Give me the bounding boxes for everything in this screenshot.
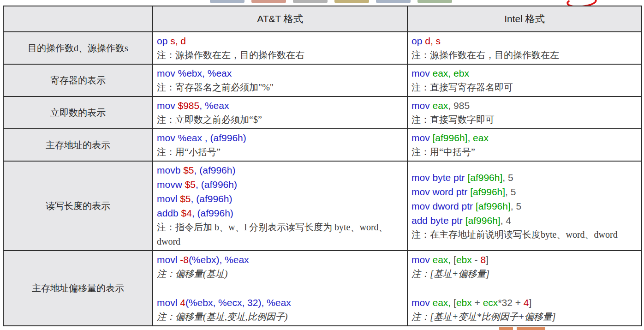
text-seg-plain: , 5 (505, 186, 516, 197)
text-seg-op: movl (157, 297, 180, 308)
text-seg-op: (%ebx), %eax (189, 254, 249, 265)
note-line: 注：[基址+变址*比例因子+偏移量] (411, 310, 638, 324)
note-line: 注：[基址+偏移量] (411, 267, 638, 281)
intel-syntax-cell: mov byte ptr [af996h], 5mov word ptr [af… (407, 161, 642, 251)
code-line: op d, s (411, 34, 638, 48)
code-line: mov eax, ebx (411, 66, 638, 80)
text-seg-note: 注：源操作数在左，目的操作数在右 (157, 50, 304, 60)
att-syntax-cell: mov %ebx, %eax注：寄存器名之前必须加"%" (153, 64, 407, 96)
note-line: 注：立即数之前必须加“$” (157, 113, 403, 127)
text-seg-note: 注：寄存器名之前必须加"%" (157, 82, 274, 92)
text-seg-reg: [af996h] (476, 201, 511, 211)
intel-syntax-cell: mov [af996h], eax注：用“中括号” (407, 129, 642, 161)
code-line: movl 4(%ebx, %ecx, 32), %eax (157, 295, 403, 310)
text-seg-reg: [af996h], eax (433, 132, 489, 143)
code-line: movl $5, (af996h) (157, 192, 403, 206)
text-seg-imm: 4 (524, 297, 529, 308)
table-row: 立即数的表示mov $985, %eax注：立即数之前必须加“$”mov eax… (3, 96, 642, 129)
code-line: mov $985, %eax (157, 98, 403, 113)
text-seg-reg: [af996h] (470, 186, 505, 197)
note-line: 注：直接写寄存器名即可 (411, 80, 638, 95)
code-line: mov byte ptr [af996h], 5 (411, 170, 638, 185)
header-empty-cell (3, 6, 153, 32)
text-seg-plain: ] (529, 297, 532, 308)
note-line: 注：偏移量(基址) (157, 267, 403, 281)
text-seg-op: , (af996h) (194, 165, 236, 175)
code-line: movb $5, (af996h) (157, 163, 403, 177)
text-seg-note: 注：直接写数字即可 (411, 114, 495, 125)
intel-syntax-cell: mov eax, [ebx - 8]注：[基址+偏移量] mov eax, [e… (407, 251, 642, 326)
att-syntax-cell: movl -8(%ebx), %eax注：偏移量(基址) movl 4(%ebx… (153, 251, 407, 326)
att-syntax-cell: mov $985, %eax注：立即数之前必须加“$” (153, 96, 407, 129)
bottom-highlight (499, 327, 513, 330)
text-seg-op: mov (411, 297, 433, 308)
text-seg-op: (%ebx, %ecx, 32), %eax (185, 297, 291, 308)
text-seg-op: mov %eax , (af996h) (157, 132, 246, 143)
note-line: 注：用“中括号” (411, 145, 638, 159)
table-row: 寄存器的表示mov %ebx, %eax注：寄存器名之前必须加"%"mov ea… (3, 64, 642, 96)
text-seg-op: mov (157, 100, 178, 111)
code-line: mov dword ptr [af996h], 5 (411, 199, 638, 213)
text-seg-note: 注：偏移量(基址,变址,比例因子) (157, 312, 287, 322)
intel-syntax-cell: mov eax, ebx注：直接写寄存器名即可 (407, 64, 642, 96)
row-label: 读写长度的表示 (3, 161, 153, 251)
att-syntax-cell: op s, d注：源操作数在左，目的操作数在右 (153, 32, 407, 64)
text-seg-plain: , 985 (448, 100, 470, 111)
text-seg-op: mov word ptr (411, 186, 470, 197)
row-label: 主存地址偏移量的表示 (3, 251, 153, 326)
intel-syntax-cell: mov eax, 985注：直接写数字即可 (407, 96, 642, 129)
code-line: mov %ebx, %eax (157, 66, 403, 80)
code-line: mov [af996h], eax (411, 131, 638, 145)
text-seg-note: 注：[基址+偏移量] (411, 269, 489, 279)
text-seg-op: mov (411, 68, 433, 78)
text-seg-op: movl (157, 193, 180, 204)
bottom-highlight-marks (499, 327, 545, 330)
top-tab (334, 0, 369, 3)
text-seg-imm: $5 (180, 193, 191, 204)
text-seg-op: addb (157, 208, 181, 218)
text-seg-plain: , 5 (511, 201, 521, 211)
att-syntax-cell: movb $5, (af996h)movw $5, (af996h)movl $… (153, 161, 407, 251)
row-label: 立即数的表示 (3, 96, 153, 129)
top-tab (210, 0, 244, 3)
row-label: 寄存器的表示 (3, 64, 153, 96)
text-seg-op: , (af996h) (196, 179, 237, 190)
row-label: 主存地址的表示 (3, 129, 153, 161)
text-seg-plain: , 4 (501, 215, 511, 226)
note-line: 注：偏移量(基址,变址,比例因子) (157, 310, 403, 324)
text-seg-reg: [af996h] (467, 172, 502, 183)
text-seg-op: mov (411, 132, 433, 143)
att-syntax-cell: mov %eax , (af996h)注：用“小括号” (153, 129, 407, 161)
text-seg-op: movw (157, 179, 185, 190)
table-body: 目的操作数d、源操作数sop s, d注：源操作数在左，目的操作数在右op d,… (3, 32, 642, 326)
text-seg-note: 注：源操作数在右，目的操作数在左 (411, 50, 559, 60)
text-seg-plain: *32 + (498, 297, 523, 308)
code-line: movl -8(%ebx), %eax (157, 252, 403, 267)
text-seg-imm: $985 (178, 100, 200, 111)
note-line: 注：源操作数在左，目的操作数在右 (157, 48, 403, 62)
text-seg-op: op (411, 36, 425, 46)
text-seg-reg: eax (433, 100, 448, 111)
top-tab (251, 0, 286, 3)
code-line: mov eax, 985 (411, 98, 638, 113)
text-seg-imm: d, s (425, 36, 441, 46)
code-line (157, 281, 403, 295)
text-seg-note: 注：指令后加 b、w、l 分别表示读写长度为 byte、word、dword (157, 222, 388, 246)
code-line (411, 281, 638, 295)
text-seg-note: 注：立即数之前必须加“$” (157, 114, 262, 125)
text-seg-reg: eax, ebx (433, 68, 469, 78)
slide: AT&T 格式 Intel 格式 目的操作数d、源操作数sop s, d注：源操… (0, 0, 644, 330)
text-seg-note: 注：[基址+变址*比例因子+偏移量] (411, 312, 556, 322)
text-seg-reg: [af996h] (465, 215, 501, 226)
code-line: mov eax, [ebx + ecx*32 + 4] (411, 295, 638, 310)
top-tabs (210, 0, 452, 3)
note-line: 注：直接写数字即可 (411, 113, 638, 127)
text-seg-plain: ] (486, 254, 489, 265)
text-seg-plain: + (472, 297, 483, 308)
text-seg-op: , %eax (199, 100, 229, 111)
text-seg-reg: ebx (456, 254, 472, 265)
header-intel-format: Intel 格式 (407, 6, 642, 32)
table-row: 主存地址的表示mov %eax , (af996h)注：用“小括号”mov [a… (3, 129, 642, 161)
note-line: 注：用“小括号” (157, 145, 403, 159)
text-seg-imm: $5 (183, 165, 194, 175)
